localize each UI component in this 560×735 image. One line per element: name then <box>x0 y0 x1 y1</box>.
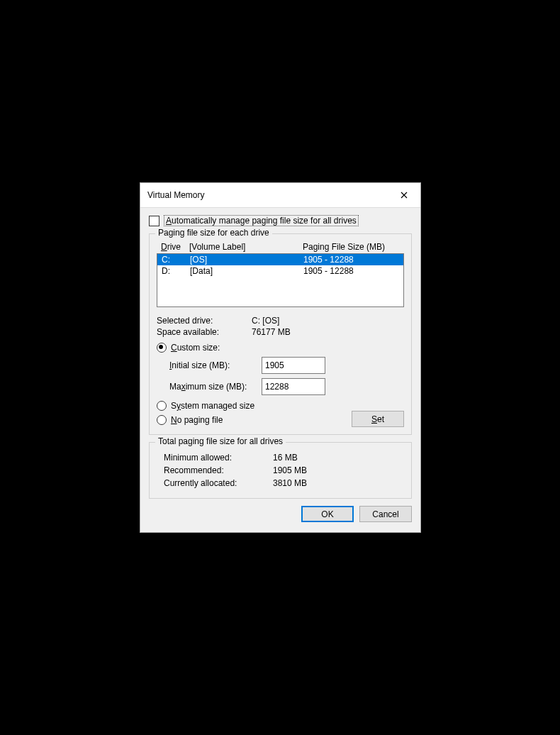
row-drive: D: <box>162 266 190 276</box>
currently-allocated-label: Currently allocated: <box>164 478 270 488</box>
recommended-value: 1905 MB <box>273 465 307 475</box>
minimum-allowed-row: Minimum allowed: 16 MB <box>157 453 404 463</box>
drive-list-row[interactable]: C: [OS] 1905 - 12288 <box>157 254 403 265</box>
maximum-size-input[interactable] <box>262 378 325 395</box>
selected-drive-label: Selected drive: <box>157 316 249 326</box>
recommended-row: Recommended: 1905 MB <box>157 465 404 475</box>
initial-size-label: Initial size (MB): <box>169 360 254 370</box>
currently-allocated-value: 3810 MB <box>273 478 307 488</box>
radio-none-label: No paging file <box>171 415 223 425</box>
drive-list-headers: Drive [Volume Label] Paging File Size (M… <box>157 241 404 253</box>
minimum-allowed-value: 16 MB <box>273 453 298 463</box>
radio-custom-size[interactable]: Custom size: <box>157 343 404 353</box>
recommended-label: Recommended: <box>164 465 270 475</box>
row-drive: C: <box>162 255 190 265</box>
totals-group: Total paging file size for all drives Mi… <box>149 442 412 499</box>
space-available-row: Space available: 76177 MB <box>157 327 404 337</box>
header-drive: Drive <box>161 242 189 252</box>
row-paging: 1905 - 12288 <box>303 255 399 265</box>
row-volume: [Data] <box>190 266 303 276</box>
selected-drive-value: C: [OS] <box>252 316 279 326</box>
radio-icon <box>157 401 167 411</box>
header-paging: Paging File Size (MB) <box>303 242 400 252</box>
maximum-size-label: Maximum size (MB): <box>169 382 254 392</box>
dialog-footer: OK Cancel <box>149 506 412 524</box>
close-icon <box>401 192 408 199</box>
row-paging: 1905 - 12288 <box>303 266 399 276</box>
radio-icon <box>157 343 167 353</box>
minimum-allowed-label: Minimum allowed: <box>164 453 270 463</box>
close-button[interactable] <box>392 187 416 203</box>
radio-custom-label: Custom size: <box>171 343 220 353</box>
currently-allocated-row: Currently allocated: 3810 MB <box>157 478 404 488</box>
per-drive-group: Paging file size for each drive Drive [V… <box>149 233 412 435</box>
header-volume: [Volume Label] <box>189 242 303 252</box>
initial-size-input[interactable] <box>262 357 325 374</box>
drive-listbox[interactable]: C: [OS] 1905 - 12288 D: [Data] 1905 - 12… <box>157 253 404 307</box>
virtual-memory-dialog: Virtual Memory Automatically manage pagi… <box>140 182 421 533</box>
space-available-value: 76177 MB <box>252 327 291 337</box>
auto-manage-label[interactable]: Automatically manage paging file size fo… <box>164 215 359 226</box>
titlebar: Virtual Memory <box>140 183 420 208</box>
totals-group-title: Total paging file size for all drives <box>155 436 286 446</box>
set-button[interactable]: Set <box>352 411 404 427</box>
radio-icon <box>157 415 167 425</box>
cancel-button[interactable]: Cancel <box>359 506 412 522</box>
radio-system-managed[interactable]: System managed size <box>157 401 404 411</box>
dialog-title: Virtual Memory <box>147 190 204 200</box>
per-drive-group-title: Paging file size for each drive <box>155 228 272 238</box>
row-volume: [OS] <box>190 255 303 265</box>
ok-button[interactable]: OK <box>301 506 354 522</box>
drive-list-row[interactable]: D: [Data] 1905 - 12288 <box>157 265 403 277</box>
radio-system-label: System managed size <box>171 401 254 411</box>
space-available-label: Space available: <box>157 327 249 337</box>
selected-drive-row: Selected drive: C: [OS] <box>157 316 404 326</box>
auto-manage-checkbox[interactable] <box>149 216 159 226</box>
